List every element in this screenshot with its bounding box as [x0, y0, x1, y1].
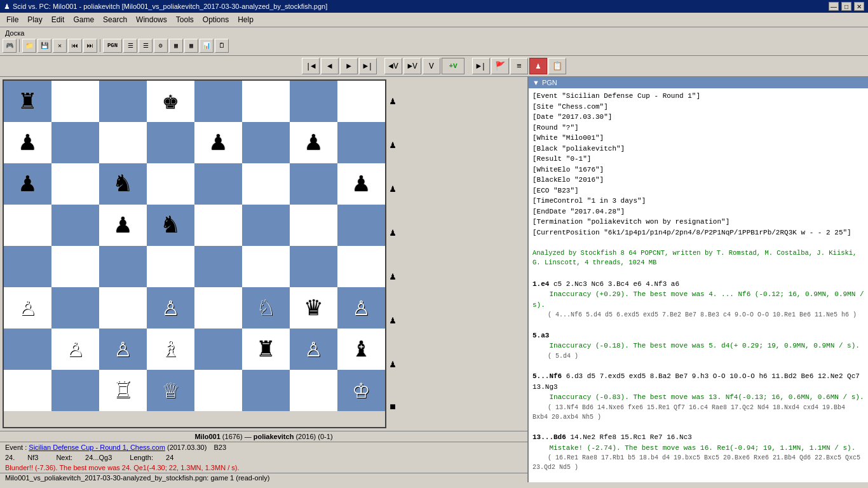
- nav-prev[interactable]: ◄: [321, 58, 339, 74]
- nav-var-prev[interactable]: ◄V: [384, 58, 402, 74]
- square-d3[interactable]: ♙: [147, 287, 194, 329]
- square-h6[interactable]: ♟: [337, 163, 385, 205]
- square-h1[interactable]: ♔: [337, 370, 385, 411]
- pgn-move-13bd6[interactable]: 13...Bd6 14.Ne2 Rfe8 15.Rc1 Re7 16.Nc3: [532, 432, 864, 443]
- pgn-move-5a3[interactable]: 5.a3: [532, 330, 864, 341]
- square-f6[interactable]: [242, 163, 290, 205]
- tb-t4[interactable]: ▦: [169, 39, 183, 53]
- square-d6[interactable]: [147, 163, 194, 205]
- square-f3[interactable]: ♘: [242, 287, 290, 329]
- tb-nav2[interactable]: ⏭: [83, 39, 97, 53]
- square-d1[interactable]: ♕: [147, 370, 194, 411]
- square-g4[interactable]: [290, 246, 337, 287]
- menu-tools[interactable]: Tools: [172, 14, 198, 25]
- menu-play[interactable]: Play: [24, 14, 46, 25]
- pgn-move-5nf6[interactable]: 5...Nf6 6.d3 d5 7.exd5 exd5 8.Ba2 Be7 9.…: [532, 371, 864, 392]
- tb-t3[interactable]: ⚙: [154, 39, 168, 53]
- square-d8[interactable]: ♚: [147, 81, 194, 122]
- square-h2[interactable]: ♝: [337, 329, 385, 370]
- square-f4[interactable]: [242, 246, 290, 287]
- tb-t1[interactable]: ☰: [123, 39, 137, 53]
- tb-save[interactable]: 💾: [37, 39, 51, 53]
- tb-close[interactable]: ✕: [53, 39, 67, 53]
- nav-copy[interactable]: ♟: [529, 58, 547, 74]
- maximize-button[interactable]: □: [841, 2, 851, 11]
- tb-open[interactable]: 📁: [22, 39, 36, 53]
- square-a8[interactable]: ♜: [4, 81, 51, 122]
- square-g3[interactable]: ♛: [290, 287, 337, 329]
- square-b3[interactable]: [51, 287, 99, 329]
- tb-t6[interactable]: 📊: [200, 39, 214, 53]
- square-f1[interactable]: [242, 370, 290, 411]
- nav-flag[interactable]: ►|: [472, 58, 490, 74]
- square-c3[interactable]: [99, 287, 147, 329]
- pgn-content[interactable]: [Event "Sicilian Defense Cup - Round 1"]…: [529, 88, 868, 482]
- nav-next[interactable]: ►: [340, 58, 358, 74]
- nav-clipboard[interactable]: 📋: [548, 58, 566, 74]
- menu-file[interactable]: File: [3, 14, 22, 25]
- square-c2[interactable]: ♙: [99, 329, 147, 370]
- tb-t2[interactable]: ☰: [139, 39, 153, 53]
- square-f7[interactable]: [242, 122, 290, 163]
- square-e1[interactable]: [194, 370, 242, 411]
- square-a6[interactable]: ♟: [4, 163, 51, 205]
- square-e8[interactable]: [194, 81, 242, 122]
- square-g1[interactable]: [290, 370, 337, 411]
- square-e3[interactable]: [194, 287, 242, 329]
- square-c8[interactable]: [99, 81, 147, 122]
- square-g8[interactable]: [290, 81, 337, 122]
- menu-edit[interactable]: Edit: [48, 14, 69, 25]
- square-a7[interactable]: ♟: [4, 122, 51, 163]
- square-e7[interactable]: ♟: [194, 122, 242, 163]
- square-c5[interactable]: ♟: [99, 205, 147, 246]
- square-d7[interactable]: [147, 122, 194, 163]
- square-f5[interactable]: [242, 205, 290, 246]
- square-h7[interactable]: [337, 122, 385, 163]
- square-c1[interactable]: ♖: [99, 370, 147, 411]
- event-link[interactable]: Sicilian Defense Cup - Round 1, Chess.co…: [29, 444, 165, 451]
- square-b5[interactable]: [51, 205, 99, 246]
- square-d5[interactable]: ♞: [147, 205, 194, 246]
- square-g6[interactable]: [290, 163, 337, 205]
- tb-pgn[interactable]: PGN: [103, 39, 122, 53]
- square-e6[interactable]: [194, 163, 242, 205]
- square-g7[interactable]: ♟: [290, 122, 337, 163]
- tb-nav1[interactable]: ⏮: [68, 39, 82, 53]
- nav-var-up[interactable]: V: [423, 58, 440, 74]
- square-h8[interactable]: [337, 81, 385, 122]
- menu-options[interactable]: Options: [199, 14, 233, 25]
- tb-t7[interactable]: 🗒: [215, 39, 229, 53]
- pgn-header[interactable]: ▼ PGN: [529, 77, 868, 88]
- square-h3[interactable]: ♙: [337, 287, 385, 329]
- menu-search[interactable]: Search: [99, 14, 131, 25]
- tb-new[interactable]: 🎮: [3, 39, 17, 53]
- nav-first[interactable]: |◄: [302, 58, 320, 74]
- square-g2[interactable]: ♙: [290, 329, 337, 370]
- menu-help[interactable]: Help: [234, 14, 257, 25]
- square-e4[interactable]: [194, 246, 242, 287]
- square-a4[interactable]: [4, 246, 51, 287]
- square-b1[interactable]: [51, 370, 99, 411]
- chess-board[interactable]: ♜ ♚ ♟ ♟ ♟ ♟: [3, 79, 386, 428]
- minimize-button[interactable]: —: [829, 2, 839, 11]
- square-d2[interactable]: ♗: [147, 329, 194, 370]
- square-c6[interactable]: ♞: [99, 163, 147, 205]
- square-b8[interactable]: [51, 81, 99, 122]
- square-b4[interactable]: [51, 246, 99, 287]
- nav-book[interactable]: 🚩: [491, 58, 509, 74]
- square-d4[interactable]: [147, 246, 194, 287]
- square-g5[interactable]: [290, 205, 337, 246]
- menu-game[interactable]: Game: [69, 14, 98, 25]
- tb-t5[interactable]: ▦: [184, 39, 198, 53]
- square-b2[interactable]: ♙: [51, 329, 99, 370]
- square-h5[interactable]: [337, 205, 385, 246]
- square-a3[interactable]: ♙: [4, 287, 51, 329]
- square-e2[interactable]: [194, 329, 242, 370]
- menu-windows[interactable]: Windows: [132, 14, 171, 25]
- close-button[interactable]: ✕: [854, 2, 864, 11]
- nav-plus-v[interactable]: +V: [442, 58, 465, 74]
- square-f8[interactable]: [242, 81, 290, 122]
- pgn-move-1[interactable]: 1.e4 c5 2.Nc3 Nc6 3.Bc4 e6 4.Nf3 a6: [532, 279, 864, 290]
- square-a5[interactable]: [4, 205, 51, 246]
- square-e5[interactable]: [194, 205, 242, 246]
